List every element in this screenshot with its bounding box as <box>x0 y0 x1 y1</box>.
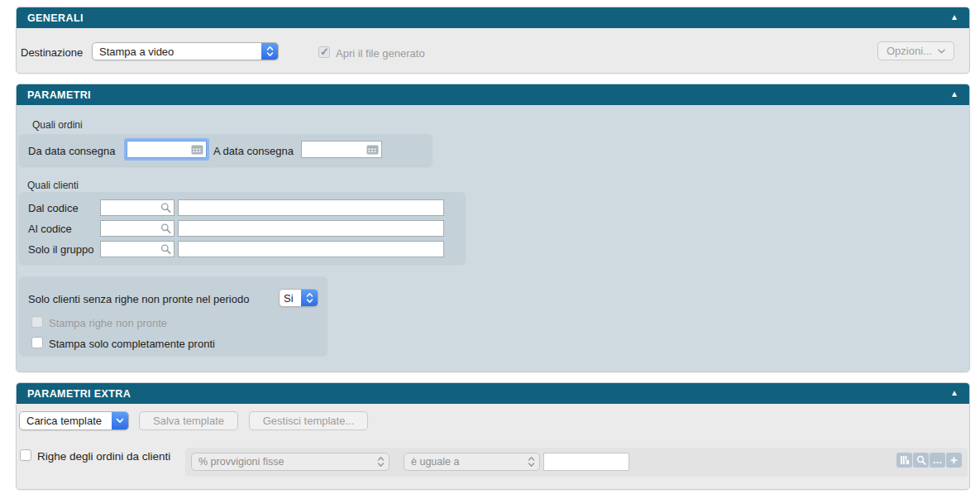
quali-clienti-label: Quali clienti <box>27 180 79 191</box>
salva-template-label: Salva template <box>153 415 224 427</box>
solo-clienti-value: Si <box>280 292 301 305</box>
solo-clienti-select[interactable]: Si <box>279 289 318 307</box>
filter-operator-value: è uguale a <box>404 456 523 468</box>
apri-file-label: Apri il file generato <box>336 47 425 60</box>
solo-il-gruppo-description-field[interactable] <box>178 241 444 257</box>
salva-template-button[interactable]: Salva template <box>139 411 238 430</box>
panel-generali: GENERALI ▲ Destinazione Stampa a video A… <box>16 7 970 74</box>
filter-field-value: % provvigioni fisse <box>192 456 372 468</box>
righe-ordini-checkbox[interactable] <box>20 449 31 461</box>
destinazione-select[interactable]: Stampa a video <box>92 42 279 60</box>
apri-file-checkbox[interactable] <box>318 46 330 58</box>
opzioni-button-label: Opzioni... <box>887 45 932 57</box>
a-data-consegna-label: A data consegna <box>213 145 294 157</box>
calendar-icon[interactable] <box>191 145 203 155</box>
al-codice-label: Al codice <box>28 223 72 235</box>
al-codice-field[interactable] <box>100 220 174 237</box>
chevron-down-icon <box>112 412 128 429</box>
stampa-righe-label: Stampa righe non pronte <box>49 317 167 329</box>
carica-template-value: Carica template <box>20 415 112 427</box>
collapse-arrow-icon[interactable]: ▲ <box>950 88 958 101</box>
panel-header-generali: GENERALI ▲ <box>17 7 969 28</box>
da-data-consegna-label: Da data consegna <box>28 145 116 157</box>
panel-title-generali: GENERALI <box>27 12 84 24</box>
calendar-icon[interactable] <box>366 145 379 155</box>
gestisci-template-label: Gestisci template... <box>263 415 355 427</box>
dal-codice-field[interactable] <box>100 199 174 216</box>
panel-parametri: PARAMETRI ▲ Quali ordini Da data consegn… <box>16 84 970 372</box>
table-columns-icon <box>900 455 910 465</box>
panel-header-parametri-extra: PARAMETRI EXTRA ▲ <box>17 383 969 404</box>
plus-icon: + <box>950 456 958 464</box>
lookup-button[interactable] <box>913 453 929 468</box>
quali-ordini-label: Quali ordini <box>32 119 83 131</box>
collapse-arrow-icon[interactable]: ▲ <box>950 11 958 24</box>
updown-chevron-icon <box>261 43 278 60</box>
table-columns-button[interactable] <box>896 453 912 468</box>
dal-codice-label: Dal codice <box>28 202 79 214</box>
more-options-button[interactable]: … <box>930 453 945 468</box>
search-icon[interactable] <box>160 223 171 234</box>
solo-il-gruppo-description-input[interactable] <box>179 242 443 257</box>
collapse-arrow-icon[interactable]: ▲ <box>950 386 958 400</box>
al-codice-description-field[interactable] <box>178 220 444 237</box>
solo-il-gruppo-label: Solo il gruppo <box>28 243 94 256</box>
a-data-consegna-field[interactable] <box>301 141 382 158</box>
carica-template-select[interactable]: Carica template <box>19 411 129 430</box>
filter-value-input[interactable] <box>544 453 629 470</box>
panel-title-parametri-extra: PARAMETRI EXTRA <box>27 388 131 400</box>
destinazione-label: Destinazione <box>21 46 83 59</box>
filter-value-field[interactable] <box>543 453 629 471</box>
panel-header-parametri: PARAMETRI ▲ <box>17 84 969 105</box>
panel-parametri-extra: PARAMETRI EXTRA ▲ Carica template Salva … <box>16 382 970 490</box>
ellipsis-icon: … <box>933 456 943 464</box>
al-codice-description-input[interactable] <box>179 221 443 236</box>
da-data-consegna-field[interactable] <box>127 141 207 158</box>
stampa-righe-checkbox[interactable] <box>31 316 43 328</box>
opzioni-button[interactable]: Opzioni... <box>877 41 954 60</box>
updown-chevron-icon <box>523 453 539 470</box>
stampa-solo-label: Stampa solo completamente pronti <box>49 338 215 350</box>
dal-codice-description-field[interactable] <box>178 199 444 216</box>
search-icon[interactable] <box>160 244 171 255</box>
search-icon <box>916 455 926 465</box>
gestisci-template-button[interactable]: Gestisci template... <box>249 411 368 430</box>
stampa-solo-checkbox[interactable] <box>31 337 43 348</box>
destinazione-value: Stampa a video <box>93 46 261 58</box>
righe-ordini-label: Righe degli ordini da clienti <box>37 450 170 463</box>
updown-chevron-icon <box>372 453 389 470</box>
solo-il-gruppo-field[interactable] <box>100 241 174 257</box>
updown-chevron-icon <box>301 290 318 306</box>
filter-field-select[interactable]: % provvigioni fisse <box>191 453 390 471</box>
dal-codice-description-input[interactable] <box>179 200 443 215</box>
filter-operator-select[interactable]: è uguale a <box>404 453 540 471</box>
solo-clienti-label: Solo clienti senza righe non pronte nel … <box>28 293 249 305</box>
add-button[interactable]: + <box>946 453 962 468</box>
chevron-down-icon <box>938 49 945 54</box>
search-icon[interactable] <box>160 203 171 214</box>
panel-title-parametri: PARAMETRI <box>27 89 91 101</box>
